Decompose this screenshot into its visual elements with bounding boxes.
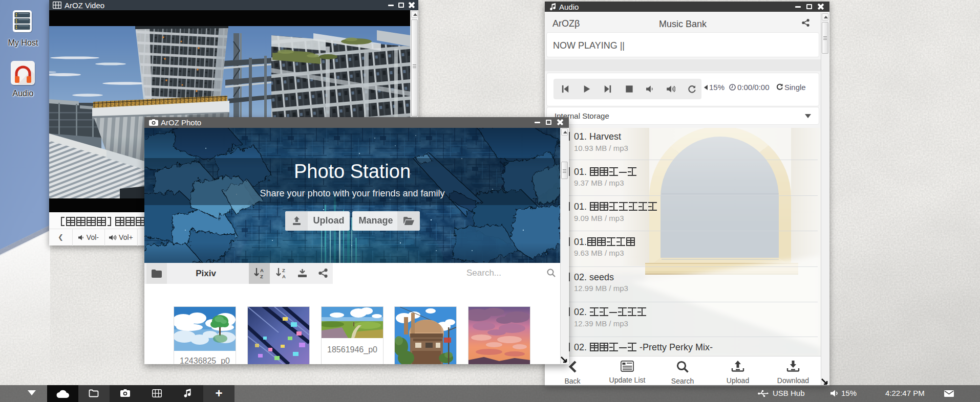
svg-text:A: A bbox=[282, 274, 286, 279]
svg-text:Z: Z bbox=[282, 268, 285, 273]
svg-text:A: A bbox=[260, 268, 264, 273]
svg-text:Z: Z bbox=[260, 274, 263, 279]
